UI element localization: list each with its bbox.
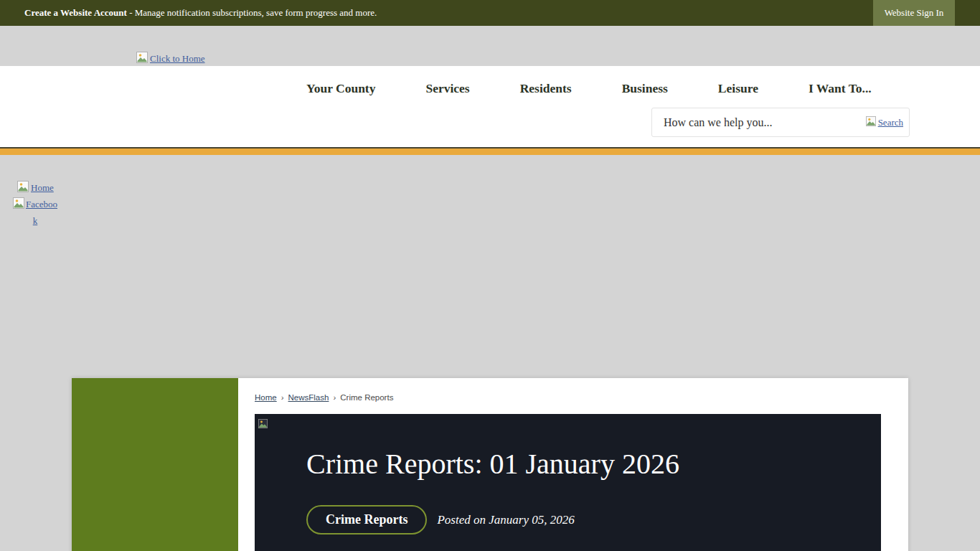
banner-broken-image-icon	[258, 418, 268, 431]
broken-image-icon	[17, 181, 29, 195]
left-sidebar-panel	[72, 378, 238, 551]
nav-business[interactable]: Business	[622, 81, 668, 96]
article-title: Crime Reports: 01 January 2026	[255, 414, 881, 481]
broken-image-icon	[13, 197, 24, 213]
top-bar: Create a Website Account - Manage notifi…	[0, 0, 980, 26]
search-button[interactable]: Search	[860, 116, 909, 129]
create-account-link[interactable]: Create a Website Account	[24, 7, 127, 18]
breadcrumb-separator: ›	[281, 393, 284, 402]
article-banner: Crime Reports: 01 January 2026 Crime Rep…	[255, 414, 881, 551]
breadcrumb-current: Crime Reports	[340, 393, 393, 402]
breadcrumb-home-link[interactable]: Home	[255, 393, 277, 402]
logo-alt-text: Click to Home	[150, 53, 205, 65]
website-signin-button[interactable]: Website Sign In	[873, 0, 955, 26]
home-alt-text: Home	[31, 182, 54, 194]
home-logo-link[interactable]: Click to Home	[136, 52, 205, 66]
facebook-alt-text: Facebook	[26, 199, 57, 226]
site-search: Search	[651, 108, 910, 137]
nav-services[interactable]: Services	[425, 81, 469, 96]
broken-image-icon	[136, 52, 148, 66]
nav-residents[interactable]: Residents	[520, 81, 572, 96]
nav-leisure[interactable]: Leisure	[718, 81, 758, 96]
content-panel: Home › NewsFlash › Crime Reports Crime R…	[72, 378, 908, 551]
search-input[interactable]	[652, 108, 860, 136]
gold-divider-stripe	[0, 147, 980, 155]
quick-link-home[interactable]: Home	[17, 181, 54, 195]
nav-your-county[interactable]: Your County	[306, 81, 375, 96]
account-message: Create a Website Account - Manage notifi…	[0, 7, 377, 19]
main-navigation: Your County Services Residents Business …	[306, 81, 872, 96]
breadcrumb-separator: ›	[333, 393, 336, 402]
nav-i-want-to[interactable]: I Want To...	[809, 81, 872, 96]
category-crime-reports-button[interactable]: Crime Reports	[306, 505, 427, 534]
article-meta-row: Crime Reports Posted on January 05, 2026	[255, 505, 881, 534]
account-message-rest: - Manage notification subscriptions, sav…	[127, 7, 377, 18]
search-alt-text: Search	[878, 117, 903, 128]
quick-link-facebook[interactable]: Facebook	[11, 197, 59, 228]
breadcrumb: Home › NewsFlash › Crime Reports	[255, 393, 393, 402]
breadcrumb-newsflash-link[interactable]: NewsFlash	[288, 393, 329, 402]
posted-date: Posted on January 05, 2026	[437, 513, 574, 527]
broken-image-icon	[866, 116, 876, 129]
